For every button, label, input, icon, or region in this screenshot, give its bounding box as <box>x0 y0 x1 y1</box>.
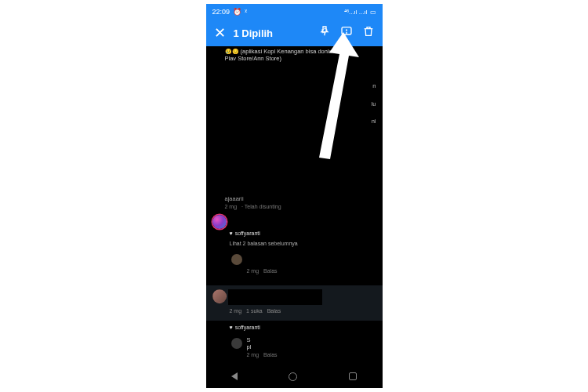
reply-meta: 2 mg Balas <box>247 268 278 274</box>
alarm-icon: ⏰ <box>233 8 241 16</box>
comments-area[interactable]: 😢😔 (aplikasi Kopi Kenangan bisa donlod P… <box>206 46 383 365</box>
reply-text: S pl <box>247 336 252 350</box>
android-nav-bar <box>206 365 383 388</box>
selection-toolbar: ✕ 1 Dipilih <box>206 20 383 46</box>
avatar[interactable] <box>231 254 242 265</box>
reply-age: 2 mg <box>247 352 260 358</box>
avatar[interactable] <box>212 289 227 303</box>
fragment: ni <box>372 113 376 131</box>
report-icon[interactable] <box>340 25 353 41</box>
liker-username: soffyaranti <box>235 230 260 236</box>
view-replies-link[interactable]: Lihat 2 balasan sebelumnya <box>230 241 298 246</box>
signal-icon: ⁴⁶...ıl ...ıl <box>344 9 368 16</box>
status-bar: 22:09 ⏰ ᵡ ⁴⁶...ıl ...ıl ▭ <box>206 4 383 20</box>
reply-age: 2 mg <box>247 268 260 274</box>
activity-icon: ᵡ <box>245 8 247 16</box>
avatar[interactable] <box>212 215 227 229</box>
comment-text-line1: (aplikasi Kopi Kenangan bisa donlod <box>241 48 336 55</box>
avatar[interactable] <box>231 338 242 349</box>
reply-action[interactable]: Balas <box>263 268 278 274</box>
svg-point-2 <box>346 33 347 34</box>
pin-icon[interactable] <box>318 25 331 41</box>
comment-item[interactable]: ajaaarii 2 mg · Telah disunting <box>225 195 281 209</box>
like-count[interactable]: 1 suka <box>246 308 263 314</box>
selection-count-label: 1 Dipilih <box>234 27 318 39</box>
fragment: lu <box>372 96 376 114</box>
selected-meta: 2 mg 1 suka Balas <box>230 308 281 314</box>
comment-age: 2 mg <box>230 308 242 314</box>
emoji-prefix: 😢😔 <box>225 49 239 54</box>
truncated-comment: 😢😔 (aplikasi Kopi Kenangan bisa donlod P… <box>206 46 383 67</box>
delete-icon[interactable] <box>362 25 375 41</box>
comment-age: 2 mg <box>225 204 238 209</box>
status-time: 22:09 <box>212 8 230 16</box>
comment-text: ajaaarii <box>225 195 281 202</box>
reply-action[interactable]: Balas <box>263 352 278 358</box>
phone-frame: 22:09 ⏰ ᵡ ⁴⁶...ıl ...ıl ▭ ✕ 1 Dipilih 😢😔 <box>206 4 383 388</box>
fragment: n <box>372 78 376 96</box>
battery-icon: ▭ <box>370 9 376 16</box>
close-icon[interactable]: ✕ <box>214 24 226 42</box>
liked-by[interactable]: ♥ soffyaranti <box>230 325 260 330</box>
recents-button[interactable] <box>349 372 357 380</box>
liked-by[interactable]: ♥ soffyaranti <box>230 230 260 236</box>
reply-line: S <box>247 336 251 343</box>
reply-action[interactable]: Balas <box>267 308 281 314</box>
redacted-text <box>228 289 322 305</box>
edited-label: · Telah disunting <box>241 204 281 209</box>
reply-meta: 2 mg Balas <box>247 352 278 358</box>
comment-text-line2: Plav Store/Ann Store) <box>225 55 282 62</box>
home-button[interactable] <box>289 372 297 381</box>
right-edge-text: n lu ni <box>372 78 376 131</box>
heart-icon: ♥ <box>230 325 233 330</box>
reply-line: pl <box>247 343 252 350</box>
back-button[interactable] <box>231 372 238 380</box>
heart-icon: ♥ <box>230 230 233 236</box>
liker-username: soffyaranti <box>235 325 260 330</box>
